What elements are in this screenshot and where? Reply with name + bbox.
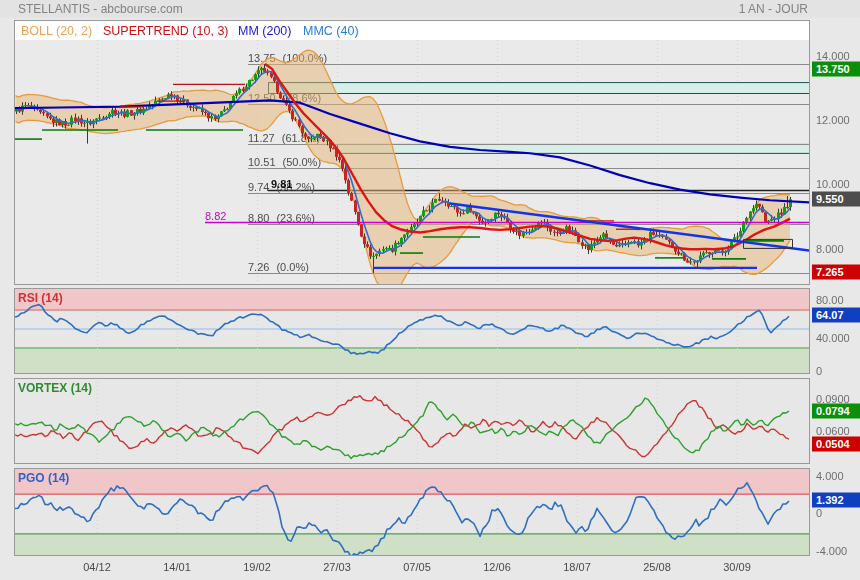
chart-page: 13.75(100.0%) 12.50(78.6%) 11.27(61.8%) …: [0, 0, 860, 580]
chart-data-canvas[interactable]: [0, 0, 860, 580]
